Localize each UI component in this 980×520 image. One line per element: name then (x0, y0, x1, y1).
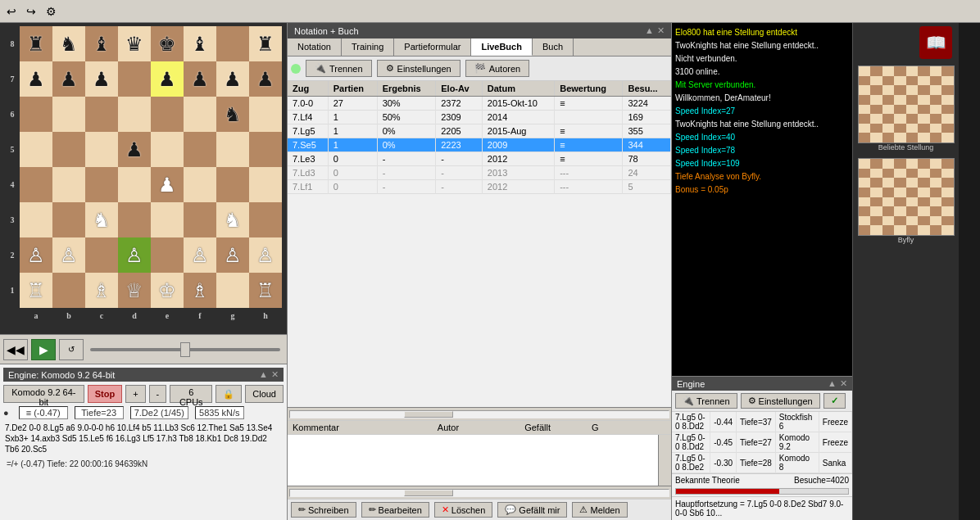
right-engine-row[interactable]: 7.Lg5 0-0 8.De2 -0.30 Tiefe=28 Komodo 8 … (672, 453, 852, 473)
d4[interactable] (118, 167, 151, 202)
engine-lock-btn[interactable]: 🔒 (216, 385, 242, 403)
a7[interactable]: ♟ (20, 61, 52, 97)
table-row[interactable]: 7.Le3 0 - - 2012 ≡ 78 (288, 152, 671, 166)
d6[interactable] (118, 97, 151, 132)
b6[interactable] (52, 97, 85, 132)
f4[interactable] (184, 167, 216, 202)
undo-icon[interactable]: ↩ (3, 3, 20, 20)
h1[interactable]: ♖ (249, 273, 282, 308)
f6[interactable] (184, 97, 216, 132)
c3[interactable]: ♞ (85, 202, 118, 237)
tab-training[interactable]: Training (342, 38, 394, 56)
settings-icon[interactable]: ⚙ (43, 3, 59, 20)
b1[interactable] (52, 273, 85, 308)
d8[interactable]: ♛ (118, 26, 151, 61)
e2[interactable] (151, 237, 184, 273)
h3[interactable] (249, 202, 282, 237)
a1[interactable]: ♖ (20, 273, 52, 308)
table-row[interactable]: 7.Se5 1 0% 2223 2009 ≡ 344 (288, 138, 671, 152)
schreiben-btn[interactable]: ✏ Schreiben (291, 502, 356, 518)
g7[interactable]: ♟ (216, 61, 249, 97)
d3[interactable] (118, 202, 151, 237)
f1[interactable]: ♗ (184, 273, 216, 308)
f5[interactable] (184, 132, 216, 167)
a3[interactable] (20, 202, 52, 237)
tab-partieformular[interactable]: Partieformular (394, 38, 471, 56)
right-engine-row[interactable]: 7.Lg5 0-0 8.Dd2 -0.44 Tiefe=37 Stockfish… (672, 412, 852, 432)
g1[interactable] (216, 273, 249, 308)
table-row[interactable]: 7.Lg5 1 0% 2205 2015-Aug ≡ 355 (288, 124, 671, 138)
re-check-btn[interactable]: ✓ (823, 393, 846, 409)
right-engine-close-icon[interactable]: ✕ (840, 378, 847, 389)
table-row[interactable]: 7.0-0 27 30% 2372 2015-Okt-10 ≡ 3224 (288, 97, 671, 111)
engine-minus-btn[interactable]: - (149, 385, 167, 403)
engine-stop-btn[interactable]: Stop (88, 385, 122, 403)
engine-plus-btn[interactable]: + (125, 385, 145, 403)
autoren-btn[interactable]: 🏁 Autoren (465, 60, 530, 77)
b5[interactable] (52, 132, 85, 167)
right-engine-row[interactable]: 7.Lg5 0-0 8.Dd2 -0.45 Tiefe=27 Komodo 9.… (672, 432, 852, 453)
notation-resize-icon[interactable]: ▲ (645, 25, 654, 36)
g6[interactable]: ♞ (216, 97, 249, 132)
engine-cpus-btn[interactable]: 6 CPUs (170, 385, 212, 403)
h8[interactable]: ♜ (249, 26, 282, 61)
nav-back[interactable]: ▶ (31, 339, 56, 360)
h4[interactable] (249, 167, 282, 202)
bearbeiten-btn[interactable]: ✏ Bearbeiten (361, 502, 429, 518)
g2[interactable]: ♙ (216, 237, 249, 273)
a6[interactable] (20, 97, 52, 132)
melden-btn[interactable]: ⚠ Melden (572, 502, 627, 518)
b4[interactable] (52, 167, 85, 202)
notation-close-icon[interactable]: ✕ (657, 25, 665, 36)
c5[interactable] (85, 132, 118, 167)
a2[interactable]: ♙ (20, 237, 52, 273)
f3[interactable] (184, 202, 216, 237)
d7[interactable] (118, 61, 151, 97)
a8[interactable]: ♜ (20, 26, 52, 61)
tab-notation[interactable]: Notation (288, 38, 342, 56)
b3[interactable] (52, 202, 85, 237)
h2[interactable]: ♙ (249, 237, 282, 273)
h5[interactable] (249, 132, 282, 167)
nav-slider[interactable] (90, 348, 280, 351)
e7[interactable]: ♟ (151, 61, 184, 97)
c1[interactable]: ♗ (85, 273, 118, 308)
g4[interactable] (216, 167, 249, 202)
e1[interactable]: ♔ (151, 273, 184, 308)
horizontal-scrollbar-2[interactable] (288, 486, 671, 499)
b8[interactable]: ♞ (52, 26, 85, 61)
e3[interactable] (151, 202, 184, 237)
f8[interactable]: ♝ (184, 26, 216, 61)
engine-resize-icon[interactable]: ▲ (259, 369, 268, 380)
a5[interactable] (20, 132, 52, 167)
f7[interactable]: ♟ (184, 61, 216, 97)
g5[interactable] (216, 132, 249, 167)
gefaellt-btn[interactable]: 💬 Gefällt mir (497, 502, 567, 518)
c6[interactable] (85, 97, 118, 132)
trennen-btn[interactable]: 🔌 Trennen (306, 60, 372, 77)
table-row[interactable]: 7.Lf4 1 50% 2309 2014 169 (288, 111, 671, 124)
comment-scrollbar[interactable] (658, 435, 671, 486)
b2[interactable]: ♙ (52, 237, 85, 273)
c7[interactable]: ♟ (85, 61, 118, 97)
engine-cloud-btn[interactable]: Cloud (245, 385, 284, 403)
engine-name-btn[interactable]: Komodo 9.2 64-bit (3, 385, 84, 403)
re-einstellungen-btn[interactable]: ⚙ Einstellungen (741, 393, 820, 409)
d5[interactable]: ♟ (118, 132, 151, 167)
table-row[interactable]: 7.Ld3 0 - - 2013 --- 24 (288, 166, 671, 180)
top-thumbnail-board[interactable] (858, 66, 955, 143)
e6[interactable] (151, 97, 184, 132)
re-trennen-btn[interactable]: 🔌 Trennen (675, 393, 737, 409)
h7[interactable]: ♟ (249, 61, 282, 97)
c2[interactable] (85, 237, 118, 273)
tab-buch[interactable]: Buch (533, 38, 574, 56)
e4[interactable]: ♟ (151, 167, 184, 202)
a4[interactable] (20, 167, 52, 202)
engine-close-icon[interactable]: ✕ (271, 369, 279, 380)
loeschen-btn[interactable]: ✕ Löschen (434, 502, 493, 518)
redo-icon[interactable]: ↪ (23, 3, 39, 20)
c4[interactable] (85, 167, 118, 202)
c8[interactable]: ♝ (85, 26, 118, 61)
bottom-thumbnail-board[interactable] (858, 158, 955, 236)
d1[interactable]: ♕ (118, 273, 151, 308)
